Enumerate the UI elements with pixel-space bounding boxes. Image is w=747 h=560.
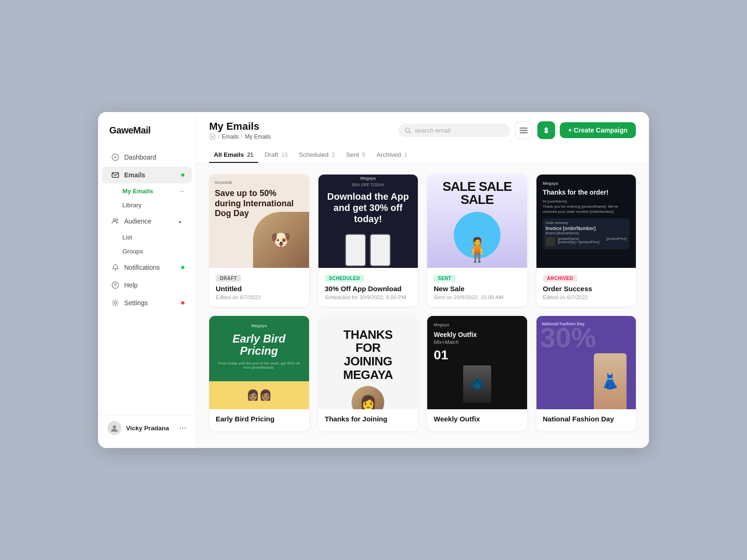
sidebar-item-groups[interactable]: Groups <box>115 245 192 258</box>
chevron-up-icon: ▲ <box>177 218 183 224</box>
tab-draft-count: 13 <box>282 152 288 158</box>
settings-icon <box>111 299 120 307</box>
svg-point-4 <box>116 219 118 221</box>
svg-point-6 <box>115 286 115 287</box>
card-preview-sale: SALE SALE SALE 🧍 <box>427 175 527 268</box>
card-title-order: Order Success <box>543 285 630 293</box>
user-profile[interactable]: Vicky Pradana ⋯ <box>98 415 196 441</box>
header-actions: + Create Campaign <box>398 121 636 139</box>
my-emails-label: My Emails <box>122 188 153 195</box>
emails-subnav: My Emails → Library <box>111 184 196 212</box>
menu-btn[interactable] <box>515 121 533 139</box>
settings-label: Settings <box>124 299 148 307</box>
page-header: My Emails / Emails / My Emails <box>196 112 649 163</box>
card-info-outfix: Weekly Outfix <box>427 409 527 431</box>
create-btn-label: + Create Campaign <box>568 126 627 134</box>
library-label: Library <box>122 202 141 209</box>
tab-all-emails[interactable]: All Emails 21 <box>209 147 258 163</box>
list-label: List <box>122 234 132 241</box>
sidebar: GaweMail Dashboard <box>98 112 196 448</box>
hamburger-icon <box>520 127 528 133</box>
email-card-earlybird[interactable]: Megaya Early Bird Pricing From today unt… <box>209 316 309 431</box>
card-preview-earlybird: Megaya Early Bird Pricing From today unt… <box>209 316 309 409</box>
emails-badge <box>181 174 184 177</box>
tab-archived[interactable]: Archived 1 <box>372 147 412 163</box>
tab-scheduled[interactable]: Scheduled 2 <box>294 147 339 163</box>
email-card-thanks[interactable]: Megaya THANKSFORJOININGMEGAYA 👩 Thanks f… <box>318 316 418 431</box>
app-logo: GaweMail <box>98 125 196 149</box>
search-icon <box>405 127 411 134</box>
card-preview-outfix: Megaya Weekly Outfix Mix+Match 01 🧥 <box>427 316 527 409</box>
sidebar-item-dashboard[interactable]: Dashboard <box>102 149 192 166</box>
svg-point-3 <box>113 219 116 221</box>
card-title-thanks: Thanks for Joining <box>325 415 412 423</box>
card-meta-sale: Sent on 20/9/2022, 10.00 AM <box>434 294 521 300</box>
sidebar-item-settings[interactable]: Settings <box>102 294 192 311</box>
content-area: Grumink Save up to 50% during Internatio… <box>196 163 649 448</box>
brand-icon-btn[interactable] <box>537 121 555 139</box>
sidebar-item-my-emails[interactable]: My Emails → <box>115 184 192 198</box>
tab-draft[interactable]: Draft 13 <box>260 147 292 163</box>
card-preview-app: Megaya 30% OFF TODAY Download the App an… <box>318 175 418 268</box>
svg-point-8 <box>113 426 116 429</box>
sidebar-nav: Dashboard Emails My Emails → <box>98 149 196 411</box>
sidebar-item-library[interactable]: Library <box>115 198 192 212</box>
page-title: My Emails <box>209 120 271 133</box>
tab-scheduled-count: 2 <box>332 152 335 158</box>
main-content: My Emails / Emails / My Emails <box>196 112 649 448</box>
email-card-untitled[interactable]: Grumink Save up to 50% during Internatio… <box>209 175 309 307</box>
sidebar-item-help[interactable]: Help <box>102 277 192 294</box>
dashboard-icon <box>111 153 120 161</box>
email-card-app[interactable]: Megaya 30% OFF TODAY Download the App an… <box>318 175 418 307</box>
card-info-earlybird: Early Bird Pricing <box>209 409 309 431</box>
help-icon <box>111 281 120 289</box>
bell-icon <box>111 263 120 272</box>
tab-sent[interactable]: Sent 5 <box>341 147 370 163</box>
sidebar-item-notifications[interactable]: Notifications <box>102 259 192 276</box>
tab-archived-count: 1 <box>404 152 408 158</box>
status-badge-archived: ARCHIVED <box>543 275 578 282</box>
avatar <box>107 421 121 435</box>
tab-sent-label: Sent <box>346 151 359 158</box>
card-info-app: SCHEDULED 30% Off App Download Scheduled… <box>318 268 418 307</box>
sidebar-label-dashboard: Dashboard <box>124 154 156 161</box>
settings-badge <box>181 301 184 305</box>
card-info-fashion: National Fashion Day <box>536 409 636 431</box>
tab-scheduled-label: Scheduled <box>299 151 329 158</box>
sidebar-item-list[interactable]: List <box>115 231 192 244</box>
email-card-fashion[interactable]: National Fashion Day 30% 👗 National Fash… <box>536 316 636 431</box>
home-icon <box>209 133 216 140</box>
tabs: All Emails 21 Draft 13 Scheduled 2 Sent … <box>209 146 636 163</box>
search-box[interactable] <box>398 124 510 137</box>
header-title-area: My Emails / Emails / My Emails <box>209 120 271 140</box>
card-preview-order: Megaya Thanks for the order! Hi [userNam… <box>536 175 636 268</box>
card-meta-order: Edited on 6/7/2022 <box>543 294 630 300</box>
card-info-thanks: Thanks for Joining <box>318 409 418 431</box>
email-grid: Grumink Save up to 50% during Internatio… <box>209 175 636 431</box>
card-meta-app: Scheduled for 30/9/2022, 6.00 PM <box>325 294 412 300</box>
card-preview-dog: Grumink Save up to 50% during Internatio… <box>209 175 309 268</box>
help-label: Help <box>124 281 138 289</box>
sidebar-label-audience: Audience <box>124 217 151 225</box>
card-info-sale: SENT New Sale Sent on 20/9/2022, 10.00 A… <box>427 268 527 307</box>
card-title-app: 30% Off App Download <box>325 285 412 293</box>
groups-label: Groups <box>122 248 143 255</box>
search-input[interactable] <box>415 127 504 134</box>
card-info-untitled: DRAFT Untitled Edited on 6/7/2022 <box>209 268 309 307</box>
user-menu-dots[interactable]: ⋯ <box>179 424 186 433</box>
breadcrumb: / Emails / My Emails <box>209 133 271 140</box>
status-badge-sent: SENT <box>434 275 456 282</box>
card-title-earlybird: Early Bird Pricing <box>216 415 303 423</box>
app-window: GaweMail Dashboard <box>98 112 649 448</box>
card-preview-fashion: National Fashion Day 30% 👗 <box>536 316 636 409</box>
svg-point-1 <box>114 156 116 158</box>
sidebar-item-emails[interactable]: Emails <box>102 167 192 183</box>
create-campaign-button[interactable]: + Create Campaign <box>560 122 636 138</box>
sidebar-item-audience[interactable]: Audience ▲ <box>102 213 192 230</box>
card-info-order: ARCHIVED Order Success Edited on 6/7/202… <box>536 268 636 307</box>
email-card-outfix[interactable]: Megaya Weekly Outfix Mix+Match 01 🧥 Week… <box>427 316 527 431</box>
email-card-order[interactable]: Megaya Thanks for the order! Hi [userNam… <box>536 175 636 307</box>
tree-icon <box>542 126 550 134</box>
tab-sent-count: 5 <box>362 152 366 158</box>
email-card-sale[interactable]: SALE SALE SALE 🧍 SENT New Sale Sent on 2… <box>427 175 527 307</box>
